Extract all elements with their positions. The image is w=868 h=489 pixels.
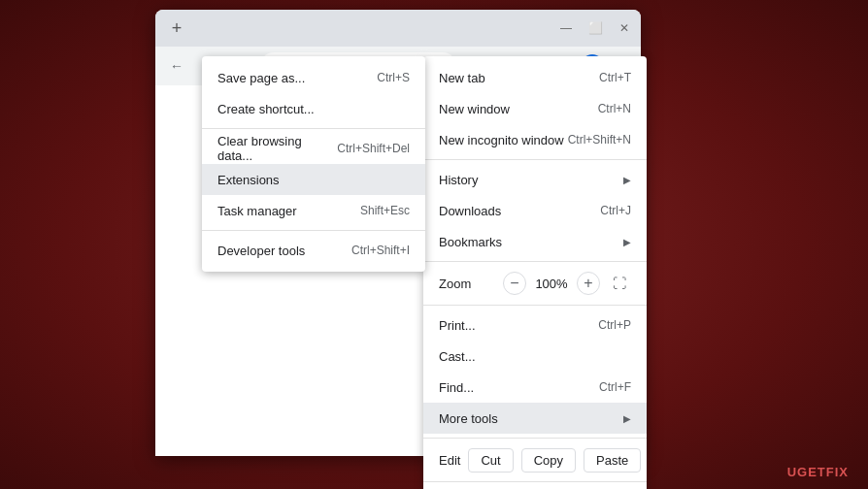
- menu-item-bookmarks[interactable]: Bookmarks ▶: [423, 226, 647, 257]
- sub-separator-2: [202, 230, 425, 231]
- chevron-right-icon: ▶: [623, 175, 631, 185]
- menu-item-incognito[interactable]: New incognito window Ctrl+Shift+N: [423, 124, 647, 155]
- menu-item-label: Task manager: [217, 204, 297, 218]
- edit-row: Edit Cut Copy Paste: [423, 442, 647, 477]
- menu-item-find[interactable]: Find... Ctrl+F: [423, 372, 647, 403]
- menu-item-shortcut: Ctrl+Shift+N: [568, 133, 631, 147]
- back-button[interactable]: ←: [163, 52, 190, 80]
- watermark-text-right: TFIX: [818, 465, 849, 479]
- zoom-controls: − 100% + ⛶: [503, 272, 631, 295]
- edit-label: Edit: [439, 453, 460, 468]
- menu-item-developer-tools[interactable]: Developer tools Ctrl+Shift+I: [202, 235, 425, 266]
- menu-item-label: History: [439, 173, 478, 187]
- menu-item-print[interactable]: Print... Ctrl+P: [423, 310, 647, 341]
- fullscreen-button[interactable]: ⛶: [608, 272, 631, 295]
- menu-item-new-window[interactable]: New window Ctrl+N: [423, 93, 647, 124]
- menu-item-shortcut: Shift+Esc: [360, 204, 410, 217]
- separator-1: [423, 159, 647, 160]
- zoom-out-button[interactable]: −: [503, 272, 526, 295]
- separator-2: [423, 261, 647, 262]
- minimize-button[interactable]: —: [557, 19, 575, 37]
- menu-item-shortcut: Ctrl+J: [600, 204, 631, 217]
- sub-separator-1: [202, 128, 425, 129]
- menu-item-task-manager[interactable]: Task manager Shift+Esc: [202, 195, 425, 226]
- main-menu: New tab Ctrl+T New window Ctrl+N New inc…: [423, 56, 647, 489]
- menu-item-label: Print...: [439, 318, 476, 333]
- menu-item-label: More tools: [439, 411, 498, 426]
- menu-item-shortcut: Ctrl+F: [599, 380, 631, 394]
- zoom-value: 100%: [534, 277, 569, 291]
- zoom-in-button[interactable]: +: [577, 272, 600, 295]
- separator-5: [423, 481, 647, 482]
- menu-item-shortcut: Ctrl+T: [599, 71, 631, 84]
- menu-item-more-tools[interactable]: More tools ▶: [423, 403, 647, 434]
- watermark: UGETFIX: [787, 465, 849, 479]
- copy-button[interactable]: Copy: [521, 448, 576, 473]
- sub-menu-more-tools: Save page as... Ctrl+S Create shortcut..…: [202, 56, 425, 272]
- menu-item-label: Downloads: [439, 204, 501, 218]
- menu-item-label: New tab: [439, 71, 485, 85]
- menu-item-shortcut: Ctrl+S: [377, 71, 410, 84]
- menu-item-label: New incognito window: [439, 133, 564, 147]
- menu-item-label: New window: [439, 102, 510, 116]
- menu-item-label: Create shortcut...: [217, 102, 315, 116]
- chevron-right-icon: ▶: [623, 237, 631, 247]
- menu-item-label: Cast...: [439, 349, 476, 364]
- menu-item-label: Save page as...: [217, 71, 305, 85]
- menu-item-create-shortcut[interactable]: Create shortcut...: [202, 93, 425, 124]
- menu-item-label: Extensions: [217, 173, 280, 187]
- cut-button[interactable]: Cut: [468, 448, 513, 473]
- menu-item-cast[interactable]: Cast...: [423, 341, 647, 372]
- separator-3: [423, 305, 647, 306]
- menu-item-downloads[interactable]: Downloads Ctrl+J: [423, 195, 647, 226]
- separator-4: [423, 438, 647, 439]
- menu-item-save-page[interactable]: Save page as... Ctrl+S: [202, 62, 425, 93]
- watermark-highlight: E: [808, 465, 818, 479]
- zoom-label: Zoom: [439, 277, 503, 291]
- menu-item-shortcut: Ctrl+Shift+I: [351, 244, 410, 257]
- menu-item-shortcut: Ctrl+Shift+Del: [337, 142, 410, 155]
- zoom-row: Zoom − 100% + ⛶: [423, 266, 647, 301]
- menu-item-label: Clear browsing data...: [217, 134, 337, 163]
- menu-item-extensions[interactable]: Extensions: [202, 164, 425, 195]
- menu-item-label: Find...: [439, 380, 474, 395]
- menu-item-shortcut: Ctrl+P: [598, 318, 631, 332]
- menu-item-clear-browsing[interactable]: Clear browsing data... Ctrl+Shift+Del: [202, 133, 425, 164]
- chevron-right-icon: ▶: [623, 413, 631, 424]
- maximize-button[interactable]: ⬜: [586, 19, 604, 37]
- menu-item-new-tab[interactable]: New tab Ctrl+T: [423, 62, 647, 93]
- watermark-text-left: UG: [787, 465, 809, 479]
- menu-item-label: Developer tools: [217, 244, 305, 258]
- menu-item-history[interactable]: History ▶: [423, 164, 647, 195]
- new-tab-button[interactable]: +: [163, 15, 190, 42]
- close-button[interactable]: ✕: [616, 19, 633, 37]
- menu-item-shortcut: Ctrl+N: [598, 102, 631, 115]
- window-controls: — ⬜ ✕: [557, 19, 633, 37]
- title-bar: + — ⬜ ✕: [155, 10, 641, 47]
- menu-item-label: Bookmarks: [439, 235, 502, 249]
- paste-button[interactable]: Paste: [584, 448, 641, 473]
